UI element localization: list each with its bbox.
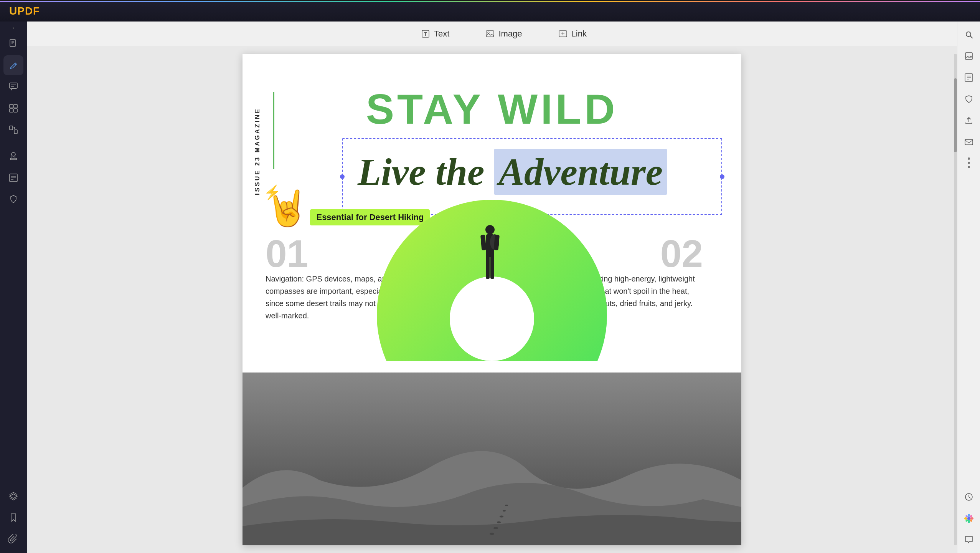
sidebar-item-forms[interactable] [3,168,23,188]
svg-rect-7 [10,40,15,46]
titlebar: UPDF [0,0,980,22]
app-logo: UPDF [9,5,40,17]
right-replace-button[interactable] [960,68,978,87]
number-01: 01 [266,234,308,273]
svg-rect-16 [14,130,17,134]
sidebar-item-convert[interactable] [3,120,23,140]
right-chat-button[interactable] [960,531,978,549]
text-01: Navigation: GPS devices, maps, and compa… [266,273,396,322]
svg-point-35 [500,516,503,518]
lightning-icon: ⚡ [264,184,281,200]
svg-point-34 [497,522,501,523]
right-send-button[interactable] [960,133,978,151]
svg-point-48 [964,517,967,520]
svg-point-36 [503,510,506,512]
issue-text: ISSUE 23 MAGAZINE [254,108,261,195]
link-tool-icon [558,28,568,39]
hand-icon-container: 🤘 ⚡ [266,188,309,228]
svg-point-47 [968,520,970,523]
sidebar-item-layers[interactable] [3,486,23,506]
sidebar-item-document[interactable] [3,34,23,54]
svg-text:T: T [424,31,427,37]
updf-flower-logo[interactable] [960,509,978,528]
svg-point-37 [505,505,508,506]
dot-1 [968,157,970,160]
sidebar-item-protect[interactable] [3,189,23,209]
number-02: 02 [660,234,703,273]
svg-point-32 [490,533,494,535]
right-sidebar: OCR [957,22,980,553]
adventure-highlight: Adventure [494,149,667,195]
sidebar-divider [6,143,21,143]
image-tool-icon [485,28,495,39]
svg-rect-27 [490,256,494,279]
svg-rect-18 [10,158,16,160]
pdf-page: ISSUE 23 MAGAZINE STAY WILD Live the Adv… [243,54,741,545]
scroll-thumb[interactable] [954,78,957,152]
dot-2 [968,162,970,164]
right-export-button[interactable] [960,111,978,130]
right-protect-button[interactable] [960,90,978,108]
link-tool[interactable]: Link [551,25,593,42]
live-adventure-text: Live the Adventure [358,150,667,194]
svg-rect-28 [480,235,486,250]
svg-point-23 [485,225,495,234]
right-search-button[interactable] [960,25,978,44]
link-tool-label: Link [571,29,587,39]
sidebar-item-comment[interactable] [3,77,23,97]
top-toolbar: T Text Image Link [27,22,980,46]
svg-rect-26 [486,256,490,279]
right-history-button[interactable] [960,488,978,506]
text-tool[interactable]: T Text [414,25,455,42]
svg-rect-43 [965,139,973,145]
sidebar-item-attachment[interactable] [3,529,23,549]
desert-background [243,373,741,545]
svg-rect-13 [10,109,13,112]
selection-handle-right[interactable] [720,174,724,179]
selection-handle-left[interactable] [340,174,345,179]
svg-point-17 [12,152,15,156]
svg-point-46 [968,514,970,517]
svg-line-39 [970,36,972,38]
svg-rect-2 [486,31,494,37]
sidebar-item-organize[interactable] [3,98,23,118]
sidebar-collapse-arrow[interactable]: › [13,25,14,31]
image-tool[interactable]: Image [478,25,528,42]
person-silhouette [477,223,507,292]
left-sidebar: › [0,22,27,553]
image-tool-label: Image [498,29,522,39]
svg-rect-15 [10,126,13,130]
page-inner: ISSUE 23 MAGAZINE STAY WILD Live the Adv… [243,54,741,545]
sidebar-item-stamp[interactable] [3,146,23,166]
stay-wild-heading[interactable]: STAY WILD [366,84,618,133]
svg-point-45 [967,517,970,520]
scroll-track[interactable] [954,54,957,545]
text-tool-label: Text [434,29,449,39]
text-tool-icon: T [420,28,431,39]
right-ocr-button[interactable]: OCR [960,47,978,65]
dot-3 [968,166,970,168]
svg-rect-11 [10,104,13,108]
svg-rect-8 [10,83,17,88]
svg-point-33 [493,527,498,529]
svg-point-49 [970,517,973,520]
page-position-dots [968,154,970,171]
sidebar-item-edit[interactable] [3,55,23,75]
svg-text:OCR: OCR [965,55,972,58]
svg-rect-12 [14,104,17,108]
main-content: ISSUE 23 MAGAZINE STAY WILD Live the Adv… [27,46,957,553]
svg-point-38 [966,32,971,36]
vertical-accent-line [273,92,274,169]
sidebar-item-bookmark[interactable] [3,508,23,528]
live-part: Live the [358,151,494,193]
svg-rect-14 [14,109,17,112]
